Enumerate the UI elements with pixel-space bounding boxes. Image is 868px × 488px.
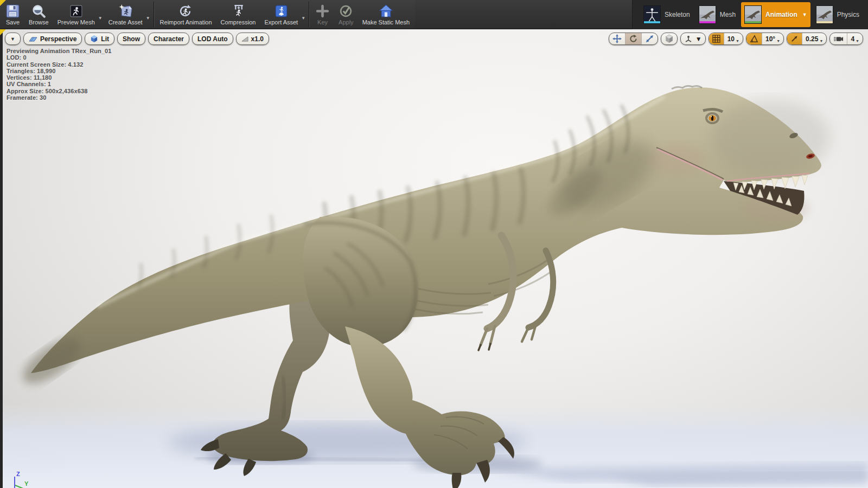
playback-speed-label: x1.0 <box>251 35 264 43</box>
stats-line-triangles: Triangles: 18,990 <box>7 68 112 74</box>
rotation-snap-group: 10° ▼ <box>746 33 784 45</box>
reimport-animation-label: Reimport Animation <box>160 19 212 25</box>
axis-gizmo: Z Y <box>11 472 49 488</box>
tab-skeleton-label: Skeleton <box>665 11 690 18</box>
world-space-cube-icon <box>665 34 674 43</box>
show-button[interactable]: Show <box>117 33 145 45</box>
make-static-mesh-icon <box>379 4 393 18</box>
lit-button[interactable]: Lit <box>85 33 114 45</box>
z-axis-line <box>14 477 15 488</box>
coordinate-system-button[interactable] <box>661 33 678 45</box>
export-asset-dropdown-caret[interactable]: ▼ <box>301 16 305 21</box>
preview-stats: Previewing Animation TRex_Run_01 LOD: 0 … <box>7 48 112 101</box>
translate-tool-button[interactable] <box>609 33 625 44</box>
viewport-options-caret: ▼ <box>10 36 15 42</box>
viewport-options-button[interactable]: ▼ <box>5 33 21 45</box>
stats-line-framerate: Framerate: 30 <box>7 94 112 101</box>
character-button[interactable]: Character <box>148 33 189 45</box>
scale-snap-icon <box>790 35 799 43</box>
key-button[interactable]: Key <box>311 2 334 27</box>
viewport-tutorial-corner-icon[interactable] <box>0 29 6 35</box>
grid-snap-toggle[interactable] <box>709 33 724 44</box>
surface-snap-icon <box>684 35 693 43</box>
translate-icon <box>612 34 622 43</box>
tab-animation[interactable]: Animation ▼ <box>741 2 810 27</box>
y-axis-label: Y <box>24 480 28 487</box>
tab-physics[interactable]: Physics <box>813 2 863 27</box>
camera-speed-value[interactable]: 4 ▼ <box>847 33 863 44</box>
tab-animation-dropdown-caret[interactable]: ▼ <box>802 12 807 17</box>
tab-physics-label: Physics <box>837 11 859 18</box>
preview-mesh-dropdown-caret[interactable]: ▼ <box>98 16 103 21</box>
export-asset-label: Export Asset <box>264 19 298 25</box>
browse-label: Browse <box>29 19 49 25</box>
create-asset-icon <box>118 4 133 18</box>
perspective-button[interactable]: Perspective <box>23 33 82 45</box>
persona-mode-tabs: Skeleton Mesh Animation <box>632 0 868 29</box>
lod-auto-label: LOD Auto <box>197 35 228 43</box>
scale-tool-button[interactable] <box>641 33 658 44</box>
save-icon <box>5 4 20 18</box>
create-asset-button[interactable]: Create Asset <box>104 2 147 27</box>
camera-speed-group: 4 ▼ <box>829 33 863 45</box>
angle-snap-icon <box>750 35 758 43</box>
compression-button[interactable]: Compression <box>216 2 260 27</box>
key-plus-icon <box>315 4 330 18</box>
grid-snap-group: 10 ▼ <box>709 33 743 45</box>
trex-model <box>0 29 868 488</box>
lod-auto-button[interactable]: LOD Auto <box>192 33 233 45</box>
scale-snap-toggle[interactable] <box>787 33 802 44</box>
perspective-icon <box>29 36 37 42</box>
playback-speed-button[interactable]: x1.0 <box>236 33 269 45</box>
browse-icon <box>31 4 46 18</box>
camera-speed-button[interactable] <box>830 33 847 44</box>
rotate-icon <box>629 34 638 43</box>
save-label: Save <box>6 19 20 25</box>
lit-label: Lit <box>101 35 109 43</box>
preview-viewport[interactable]: ▼ Perspective Lit Show <box>0 29 868 488</box>
preview-mesh-button[interactable]: Preview Mesh <box>53 2 99 27</box>
viewport-snap-toolbar: ▼ 10 ▼ <box>609 33 863 45</box>
grid-icon <box>712 35 720 43</box>
create-asset-dropdown-caret[interactable]: ▼ <box>146 16 150 21</box>
viewport-toolbar: ▼ Perspective Lit Show <box>5 33 269 45</box>
make-static-mesh-button[interactable]: Make Static Mesh <box>358 2 414 27</box>
rotate-tool-button[interactable] <box>625 33 641 44</box>
main-toolbar: Save Browse <box>0 0 868 29</box>
rotation-snap-value[interactable]: 10° ▼ <box>762 33 783 44</box>
grid-snap-value[interactable]: 10 ▼ <box>724 33 743 44</box>
stats-line-approx-size: Approx Size: 500x2,436x638 <box>7 88 112 94</box>
key-label: Key <box>317 19 328 25</box>
toolbar-separator <box>154 2 154 27</box>
preview-mesh-label: Preview Mesh <box>58 19 95 25</box>
create-asset-label: Create Asset <box>108 19 143 25</box>
export-asset-button[interactable]: Export Asset <box>260 2 302 27</box>
scale-snap-value[interactable]: 0.25 ▼ <box>802 33 826 44</box>
preview-mesh-icon <box>69 4 84 18</box>
stats-line-lod: LOD: 0 <box>7 54 112 61</box>
z-axis-label: Z <box>16 472 20 477</box>
tab-mesh[interactable]: Mesh <box>695 2 739 27</box>
tab-skeleton[interactable]: Skeleton <box>640 2 693 27</box>
trex-body <box>16 87 821 392</box>
export-asset-icon <box>274 4 289 18</box>
scale-icon <box>645 34 654 43</box>
persona-editor-window: Save Browse <box>0 0 868 488</box>
scale-snap-group: 0.25 ▼ <box>787 33 827 45</box>
reimport-animation-button[interactable]: Reimport Animation <box>156 2 216 27</box>
tab-mesh-label: Mesh <box>720 11 736 18</box>
reimport-animation-icon <box>178 4 193 18</box>
stats-line-animation: Previewing Animation TRex_Run_01 <box>7 48 112 54</box>
apply-label: Apply <box>339 19 354 25</box>
surface-snap-caret: ▼ <box>695 35 702 43</box>
tutorial-corner-icon[interactable] <box>0 0 6 6</box>
surface-snapping-button[interactable]: ▼ <box>680 33 706 45</box>
apply-check-icon <box>339 4 353 18</box>
make-static-mesh-label: Make Static Mesh <box>362 19 410 25</box>
perspective-label: Perspective <box>40 35 76 43</box>
y-axis-line <box>15 485 24 488</box>
rotation-snap-toggle[interactable] <box>746 33 762 44</box>
browse-button[interactable]: Browse <box>24 2 53 27</box>
animation-thumbnail <box>744 5 762 24</box>
apply-button[interactable]: Apply <box>334 2 358 27</box>
